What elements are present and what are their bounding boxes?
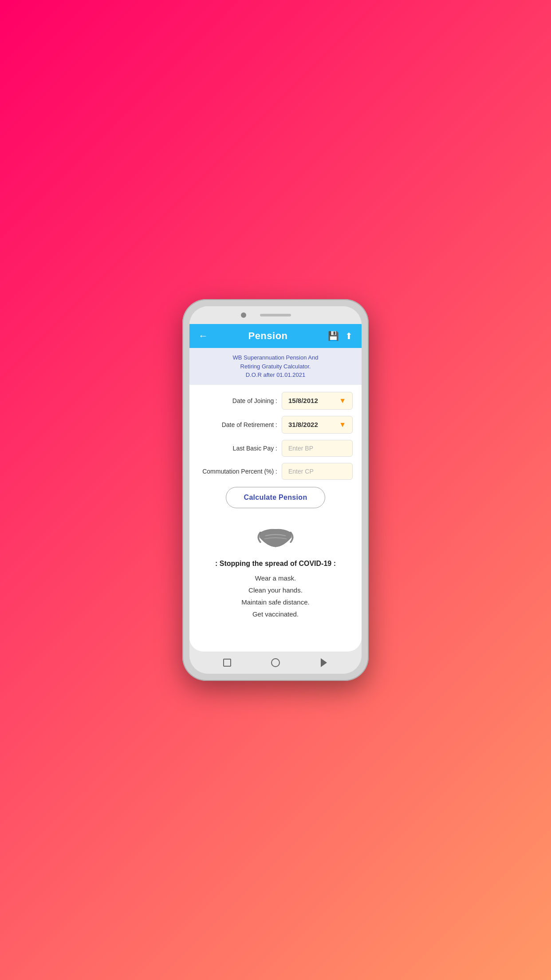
date-of-retirement-arrow: ▼ [339,421,346,429]
save-icon[interactable]: 💾 [328,331,339,341]
calculate-pension-button[interactable]: Calculate Pension [226,487,326,508]
header-title: Pension [248,330,287,342]
phone-frame: ← Pension 💾 ⬆ WB Superannuation Pension … [182,299,369,681]
last-basic-pay-label: Last Basic Pay : [198,445,282,452]
date-of-joining-value: 15/8/2012 [288,397,318,404]
date-of-retirement-row: Date of Retirement : 31/8/2022 ▼ [198,416,353,434]
nav-square-icon [223,659,231,667]
phone-nav-bar [189,652,362,674]
date-of-joining-dropdown[interactable]: 15/8/2012 ▼ [282,392,353,410]
covid-line-2: Clean your hands. [241,584,309,596]
speaker-bar [260,314,291,316]
covid-title: : Stopping the spread of COVID-19 : [215,560,336,568]
nav-circle-icon [271,658,280,667]
phone-inner: ← Pension 💾 ⬆ WB Superannuation Pension … [189,306,362,674]
nav-back-button[interactable] [317,656,331,669]
commutation-percent-row: Commutation Percent (%) : [198,463,353,480]
covid-line-3: Maintain safe distance. [241,596,309,608]
covid-section: : Stopping the spread of COVID-19 : Wear… [198,515,353,629]
date-of-joining-arrow: ▼ [339,397,346,405]
date-of-retirement-dropdown[interactable]: 31/8/2022 ▼ [282,416,353,434]
covid-line-1: Wear a mask. [241,572,309,584]
share-icon[interactable]: ⬆ [345,331,353,341]
date-of-joining-label: Date of Joining : [198,397,282,404]
date-of-retirement-value: 31/8/2022 [288,421,318,428]
header-icons: 💾 ⬆ [328,331,353,341]
back-button[interactable]: ← [198,330,208,342]
last-basic-pay-input[interactable] [282,440,353,457]
nav-square-button[interactable] [220,656,234,669]
nav-triangle-icon [321,658,327,667]
phone-top-bar [189,306,362,324]
camera-dot [241,312,246,318]
commutation-percent-label: Commutation Percent (%) : [198,468,282,475]
app-header: ← Pension 💾 ⬆ [189,324,362,348]
screen: ← Pension 💾 ⬆ WB Superannuation Pension … [189,324,362,652]
covid-messages: Wear a mask. Clean your hands. Maintain … [241,572,309,620]
commutation-percent-input[interactable] [282,463,353,480]
subtitle-text: WB Superannuation Pension And Retiring G… [198,353,353,379]
subtitle-banner: WB Superannuation Pension And Retiring G… [189,348,362,385]
main-content: Date of Joining : 15/8/2012 ▼ Date of Re… [189,385,362,652]
last-basic-pay-row: Last Basic Pay : [198,440,353,457]
mask-icon [256,524,295,553]
nav-home-button[interactable] [269,656,282,669]
date-of-retirement-label: Date of Retirement : [198,421,282,428]
covid-line-4: Get vaccinated. [241,608,309,620]
date-of-joining-row: Date of Joining : 15/8/2012 ▼ [198,392,353,410]
